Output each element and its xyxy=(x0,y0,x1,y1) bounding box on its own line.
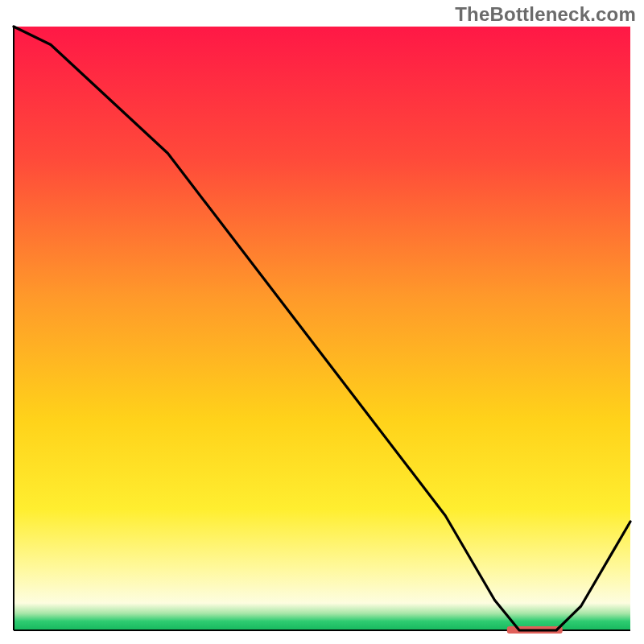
bottleneck-chart xyxy=(0,0,644,644)
chart-stage: TheBottleneck.com xyxy=(0,0,644,644)
watermark-label: TheBottleneck.com xyxy=(455,3,636,26)
plot-background xyxy=(14,27,630,630)
